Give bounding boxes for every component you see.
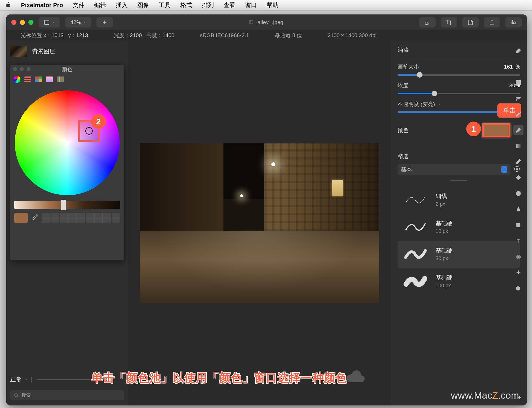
menu-edit[interactable]: 编辑 [94, 1, 106, 9]
preset-group-select[interactable]: 基本 [398, 164, 510, 175]
opacity-label[interactable]: 不透明度 (变亮) [398, 101, 441, 108]
brush-preset-item[interactable]: 细线2 px [398, 186, 520, 213]
svg-marker-14 [504, 167, 505, 168]
callout-badge-1: 1 [466, 122, 481, 136]
close-icon[interactable] [11, 20, 16, 25]
svg-point-12 [14, 394, 18, 397]
chevron-updown-icon [501, 166, 507, 173]
shape-ellipse-tool-icon[interactable] [513, 188, 523, 199]
colors-popup-window[interactable]: 颜色 2 [10, 65, 124, 260]
menu-view[interactable]: 查看 [223, 1, 235, 9]
add-button[interactable] [96, 17, 113, 27]
chevron-updown-icon [24, 376, 28, 383]
brush-preset-item[interactable]: 基础硬100 px [398, 268, 520, 295]
menu-window[interactable]: 窗口 [245, 1, 257, 9]
sliders-tab-icon[interactable] [24, 76, 31, 82]
settings-button[interactable] [505, 17, 522, 27]
sidebar-toggle-button[interactable] [39, 17, 60, 27]
watermark: www.MacZ.com [451, 390, 519, 401]
app-name[interactable]: Pixelmator Pro [21, 2, 63, 8]
image-tab-icon[interactable] [46, 76, 53, 82]
crop-button[interactable] [441, 17, 457, 27]
wheel-tab-icon[interactable] [14, 76, 20, 83]
brush-tool-icon[interactable] [513, 125, 523, 135]
blend-mode-select[interactable]: 正常 [10, 376, 28, 383]
eyedropper-tool-icon[interactable] [513, 109, 523, 119]
svg-point-11 [512, 23, 514, 24]
brush-size-label: 画笔大小 [398, 63, 419, 71]
tool-rail: T [511, 46, 526, 403]
current-color-swatch[interactable] [14, 213, 28, 223]
search-icon [14, 393, 19, 398]
pencils-tab-icon[interactable] [57, 76, 64, 82]
svg-rect-17 [516, 80, 521, 85]
softness-slider[interactable] [398, 93, 520, 94]
brush-size-slider[interactable] [398, 74, 520, 76]
menu-image[interactable]: 图像 [137, 1, 149, 9]
layer-name: 背景图层 [32, 48, 55, 55]
brush-preset-list: 细线2 px 基础硬10 px 基础硬30 px 基础硬100 px [398, 186, 520, 295]
menu-format[interactable]: 格式 [180, 1, 192, 9]
drag-handle[interactable] [450, 180, 467, 181]
minimize-icon[interactable] [20, 20, 25, 25]
menu-file[interactable]: 文件 [73, 1, 85, 9]
heal-tool-icon[interactable] [513, 173, 523, 183]
lasso-tool-icon[interactable] [513, 93, 523, 103]
effects-tool-icon[interactable] [513, 268, 523, 278]
svg-line-27 [520, 290, 521, 291]
color-swatch-grid[interactable] [42, 213, 120, 223]
zoom-value: 42% [70, 19, 81, 26]
marquee-tool-icon[interactable] [513, 77, 523, 88]
color-adjust-tool-icon[interactable] [513, 252, 523, 262]
share-button[interactable] [484, 17, 500, 27]
layer-search-input[interactable]: 搜索 [10, 390, 124, 400]
menu-insert[interactable]: 插入 [116, 1, 128, 9]
colors-popup-title: 颜色 [10, 65, 124, 74]
zoom-dropdown[interactable]: 42% [65, 17, 91, 27]
brush-preset-item-selected[interactable]: 基础硬30 px [398, 241, 520, 268]
color-label: 颜色 [398, 127, 408, 134]
gradient-tool-icon[interactable] [513, 141, 523, 151]
eyedropper-icon[interactable] [32, 214, 38, 222]
brush-preset-item[interactable]: 基础硬10 px [398, 213, 520, 241]
layers-panel: 背景图层 颜色 2 [6, 41, 128, 405]
new-document-button[interactable] [462, 17, 479, 27]
fullscreen-icon[interactable] [28, 20, 33, 25]
svg-marker-15 [504, 171, 505, 172]
search-placeholder: 搜索 [22, 392, 31, 398]
color-wheel[interactable]: 2 [15, 90, 120, 195]
macos-menubar: Pixelmator Pro 文件 编辑 插入 图像 工具 格式 排列 查看 窗… [0, 0, 532, 10]
text-tool-icon[interactable]: T [513, 236, 523, 246]
arrow-tool-icon[interactable] [513, 61, 523, 72]
layer-row-background[interactable]: 背景图层 [10, 44, 124, 58]
menu-arrange[interactable]: 排列 [202, 1, 214, 9]
menu-tools[interactable]: 工具 [159, 1, 171, 9]
callout-badge-2: 2 [91, 114, 106, 129]
color-well-button[interactable] [482, 123, 510, 137]
brush-preset-button[interactable] [419, 17, 436, 27]
pen-tool-icon[interactable] [513, 204, 523, 214]
svg-text:T: T [517, 238, 520, 244]
svg-point-5 [250, 21, 251, 22]
svg-point-21 [516, 191, 521, 196]
color-picker-mode-tabs[interactable] [10, 74, 124, 85]
palette-tab-icon[interactable] [35, 76, 42, 82]
brightness-slider[interactable] [14, 201, 120, 209]
traffic-lights[interactable] [11, 20, 33, 25]
paint-tool-icon[interactable] [513, 46, 523, 56]
instruction-overlay: 单击「颜色池」以使用「颜色」窗口选择一种颜色 [91, 370, 347, 386]
color-wheel-cursor-callout: 2 [78, 120, 100, 142]
eraser-tool-icon[interactable] [513, 157, 523, 167]
zoom-tool-icon[interactable] [513, 284, 523, 294]
app-window: 42% alley_.jpeg 光标位置 x：1013 y：1213 宽度：21… [6, 14, 527, 405]
svg-point-20 [518, 177, 519, 178]
brightness-slider-knob[interactable] [61, 200, 66, 210]
presets-label: 精选 [398, 153, 520, 160]
chevron-down-icon [437, 102, 441, 106]
status-infobar: 光标位置 x：1013 y：1213 宽度：2100 高度：1400 sRGB … [6, 30, 527, 41]
shape-rect-tool-icon[interactable] [513, 220, 523, 230]
canvas-area[interactable] [128, 41, 391, 405]
menu-help[interactable]: 帮助 [267, 1, 278, 9]
popup-traffic-lights[interactable] [13, 67, 31, 71]
svg-line-13 [17, 396, 18, 397]
